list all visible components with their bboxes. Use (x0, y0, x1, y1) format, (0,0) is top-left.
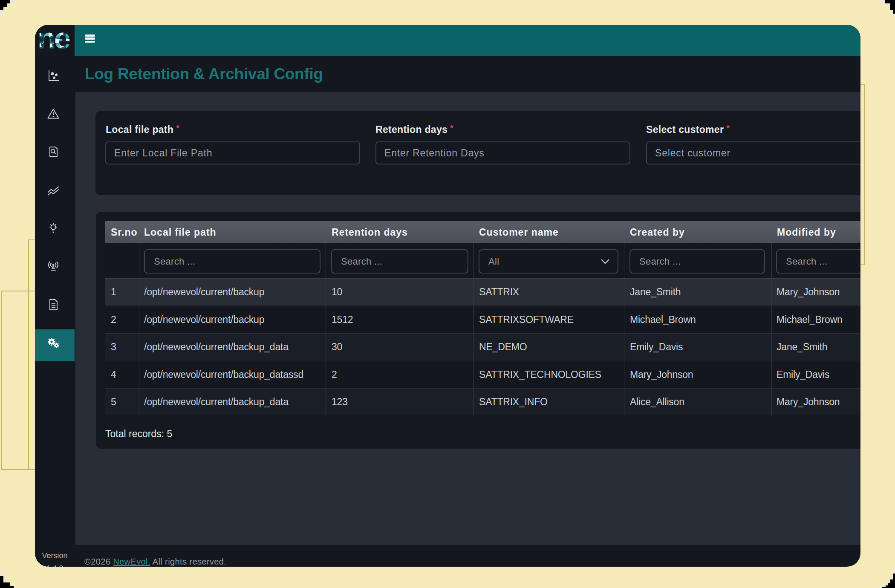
svg-text:ne: ne (38, 32, 70, 49)
